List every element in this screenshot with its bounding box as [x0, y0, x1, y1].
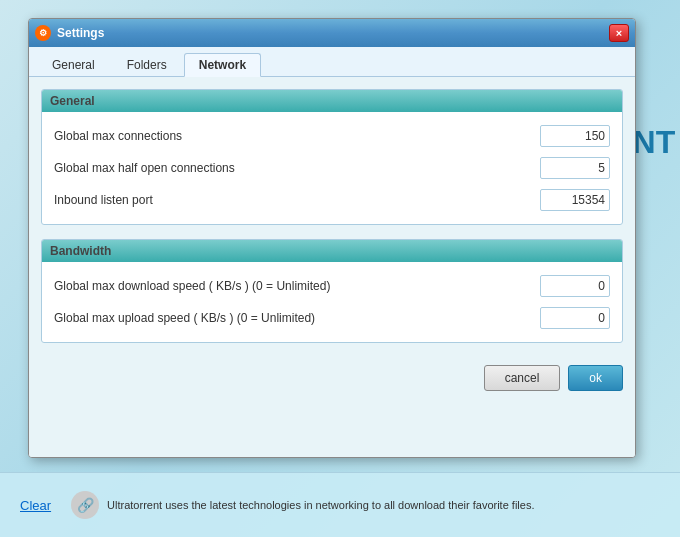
field-label-half-open: Global max half open connections — [54, 161, 540, 175]
ok-button[interactable]: ok — [568, 365, 623, 391]
settings-dialog: ⚙ Settings × General Folders Network Gen… — [28, 18, 636, 458]
title-bar: ⚙ Settings × — [29, 19, 635, 47]
general-section-header: General — [42, 90, 622, 112]
dialog-title: Settings — [57, 26, 609, 40]
general-section-body: Global max connections Global max half o… — [42, 112, 622, 224]
field-label-max-upload: Global max upload speed ( KB/s ) (0 = Un… — [54, 311, 540, 325]
button-row: cancel ok — [41, 357, 623, 395]
general-section: General Global max connections Global ma… — [41, 89, 623, 225]
clear-link[interactable]: Clear — [20, 498, 51, 513]
close-button[interactable]: × — [609, 24, 629, 42]
field-label-max-download: Global max download speed ( KB/s ) (0 = … — [54, 279, 540, 293]
field-row-max-connections: Global max connections — [54, 120, 610, 152]
tab-general[interactable]: General — [37, 53, 110, 76]
bandwidth-section: Bandwidth Global max download speed ( KB… — [41, 239, 623, 343]
input-max-upload[interactable] — [540, 307, 610, 329]
bottom-icon: 🔗 — [71, 491, 99, 519]
field-row-max-upload: Global max upload speed ( KB/s ) (0 = Un… — [54, 302, 610, 334]
input-listen-port[interactable] — [540, 189, 610, 211]
tab-network[interactable]: Network — [184, 53, 261, 77]
bottom-bar: Clear 🔗 Ultratorrent uses the latest tec… — [0, 472, 680, 537]
content-area: General Global max connections Global ma… — [29, 77, 635, 457]
app-icon: ⚙ — [35, 25, 51, 41]
field-row-half-open: Global max half open connections — [54, 152, 610, 184]
input-half-open[interactable] — [540, 157, 610, 179]
bandwidth-section-body: Global max download speed ( KB/s ) (0 = … — [42, 262, 622, 342]
field-label-max-connections: Global max connections — [54, 129, 540, 143]
bottom-info-text: Ultratorrent uses the latest technologie… — [107, 499, 660, 511]
field-label-listen-port: Inbound listen port — [54, 193, 540, 207]
tab-bar: General Folders Network — [29, 47, 635, 77]
input-max-connections[interactable] — [540, 125, 610, 147]
field-row-listen-port: Inbound listen port — [54, 184, 610, 216]
bandwidth-section-header: Bandwidth — [42, 240, 622, 262]
field-row-max-download: Global max download speed ( KB/s ) (0 = … — [54, 270, 610, 302]
tab-folders[interactable]: Folders — [112, 53, 182, 76]
input-max-download[interactable] — [540, 275, 610, 297]
cancel-button[interactable]: cancel — [484, 365, 561, 391]
